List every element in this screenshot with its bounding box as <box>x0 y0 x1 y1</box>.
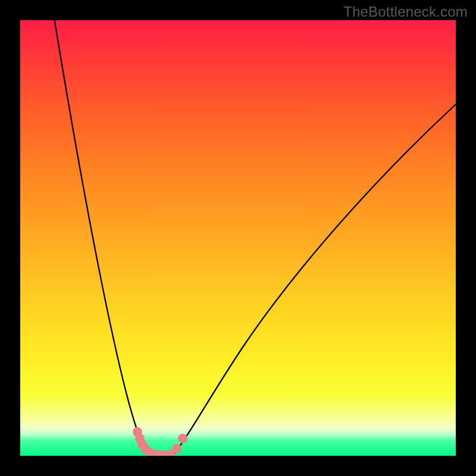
curve-overlay <box>20 20 456 456</box>
curve-right-branch <box>163 100 456 456</box>
watermark-text: TheBottleneck.com <box>343 4 468 20</box>
data-marker <box>172 444 181 453</box>
data-marker <box>178 434 187 443</box>
plot-area <box>20 20 456 456</box>
marker-group <box>133 427 187 456</box>
curve-left-branch <box>54 20 157 456</box>
